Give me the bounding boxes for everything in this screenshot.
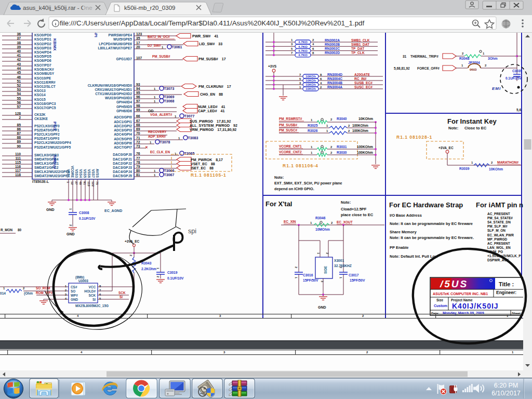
svg-text:54: 54 [17,92,21,96]
svg-text:115: 115 [15,161,21,164]
svg-text:80: 80 [136,169,140,172]
svg-text:LID_SW# 33: LID_SW# 33 [199,42,222,46]
svg-text:2: 2 [19,116,21,119]
svg-text:Note: It can be programmable b: Note: It can be programmable by EC firew… [390,235,474,240]
svg-text:For Instant Key: For Instant Key [447,117,497,125]
svg-text:73: 73 [136,144,140,148]
svg-text:KSO16/GPC3: KSO16/GPC3 [34,102,56,105]
svg-text:75: 75 [96,181,99,185]
svg-text:T3073: T3073 [164,87,175,90]
svg-text:PM_SUSB# 17: PM_SUSB# 17 [198,57,226,61]
svg-text:ROM_WP#: ROM_WP# [36,291,53,295]
svg-text:Note:: Note: [448,126,458,130]
svg-text:ADC5/GPI5: ADC5/GPI5 [114,137,132,141]
svg-text:81: 81 [136,173,140,177]
svg-text:KSO9/BUSY: KSO9/BUSY [34,72,55,75]
svg-text:89: 89 [17,140,21,143]
svg-text:C3039: C3039 [512,69,522,73]
svg-text:RN3002A: RN3002A [325,38,340,42]
svg-text:MP_PWRGD: MP_PWRGD [487,237,508,241]
svg-text:KSO10/PE: KSO10/PE [34,76,51,80]
svg-text:71: 71 [136,136,140,140]
svg-text:2: 2 [295,267,298,268]
svg-text:ASUSTeK COMPUTER INC. NB1: ASUSTeK COMPUTER INC. NB1 [433,292,488,296]
svg-text:1: 1 [69,208,72,210]
svg-text:Monday, March 09, 2009: Monday, March 09, 2009 [443,311,484,315]
svg-text:15PF/50V: 15PF/50V [350,278,365,282]
svg-text:10KOhm: 10KOhm [358,117,373,121]
svg-text:I/O Base Address: I/O Base Address [390,213,422,218]
svg-text:99: 99 [136,108,140,112]
svg-text:AC_PRESENT: AC_PRESENT [487,212,510,216]
svg-text:DAC4/GPJ4: DAC4/GPJ4 [113,170,132,174]
svg-text:69: 69 [136,127,140,131]
svg-text:Cload=12.5PF: Cload=12.5PF [341,207,367,211]
svg-text:38: 38 [17,41,21,45]
svg-text:AVSS: AVSS [96,169,99,178]
svg-text:EXT_SMI#, EXT_SCI#, PU power p: EXT_SMI#, EXT_SCI#, PU power plane [274,181,342,185]
svg-text:GPI: GPI [94,33,98,37]
svg-text:EC_XOUT: EC_XOUT [337,220,353,224]
svg-text:100KOhm: 100KOhm [352,124,368,127]
svg-text:4.7KO: 4.7KO [298,53,308,57]
svg-text:RN3004A: RN3004A [327,85,342,89]
svg-text:PM_RSMRST#: PM_RSMRST# [279,117,302,121]
svg-text:WP#: WP# [71,294,78,297]
svg-text:PS2CLK1/GPF2: PS2CLK1/GPF2 [34,132,60,136]
svg-text:LPCPD#/WUI6/GPE6: LPCPD#/WUI6/GPE6 [99,42,132,46]
svg-text:70: 70 [136,131,140,135]
svg-text:5,6: 5,6 [516,108,521,112]
svg-text:27: 27 [75,181,78,185]
svg-text:MX25L8005M2C_15G: MX25L8005M2C_15G [75,304,109,308]
svg-text:90: 90 [17,144,21,148]
svg-text:A20GATE: A20GATE [354,73,370,76]
svg-text:ADC7/GPI7: ADC7/GPI7 [114,145,132,149]
svg-text:128: 128 [15,112,21,115]
svg-text:100KOhm: 100KOhm [357,151,373,154]
svg-text:+3VS: +3VS [268,64,277,68]
svg-text:PM_SUSB#: PM_SUSB# [152,55,170,58]
svg-text:KSO14: KSO14 [34,93,46,97]
svg-text:/5US: /5US [440,278,468,289]
svg-text:WUI19/GPH3/ID3: WUI19/GPH3/ID3 [105,96,132,100]
svg-text:10KOhm: 10KOhm [489,167,503,171]
svg-text:TP_DAT: TP_DAT [351,47,364,50]
svg-text:2: 2 [69,224,72,226]
svg-text:VSS6: VSS6 [87,169,91,178]
svg-text:SUSC_EC#: SUSC_EC# [354,85,373,89]
svg-text:RN3004C: RN3004C [327,77,342,81]
svg-text:+3VA_EC: +3VA_EC [438,146,454,150]
svg-text:SMDAT2/WUI23/GPF7: SMDAT2/WUI23/GPF7 [34,174,70,178]
svg-text:107: 107 [136,56,142,60]
svg-text:41: 41 [17,54,21,57]
svg-text:CK32K: CK32K [34,113,46,116]
svg-text:VSS3: VSS3 [75,169,78,178]
svg-text:EC_CLK_EN: EC_CLK_EN [150,150,170,154]
svg-text:52: 52 [17,84,21,87]
svg-text:GPH6/ID6: GPH6/ID6 [116,109,132,113]
svg-text:ADC6/GPI6: ADC6/GPI6 [114,141,132,145]
svg-text:DJ_SW#: DJ_SW# [148,44,161,47]
svg-text:CS#: CS# [71,285,77,289]
svg-text:DAC5/GPJ5: DAC5/GPJ5 [113,174,132,178]
svg-text:Custom: Custom [434,304,447,308]
svg-text:KSO11/ERR#: KSO11/ERR# [34,81,56,84]
svg-text:EC_XIN: EC_XIN [284,220,296,223]
svg-text:67: 67 [136,119,140,123]
svg-text:53: 53 [17,88,21,91]
svg-text:0603: 0603 [470,68,477,71]
svg-text:C3016: C3016 [303,273,313,277]
svg-text:4.7KO: 4.7KO [298,40,308,44]
svg-text:C3008: C3008 [79,211,89,215]
svg-text:VSS5: VSS5 [83,169,87,178]
svg-text:DAC2/GPJ2: DAC2/GPJ2 [113,162,132,165]
svg-text:2: 2 [339,267,342,268]
svg-text:Close to EC: Close to EC [464,126,487,130]
svg-text:5,68,81,92: 5,68,81,92 [394,66,410,71]
svg-text:R3031: R3031 [337,145,347,149]
svg-text:Size: Size [436,298,443,302]
svg-text:43: 43 [17,62,21,66]
svg-text:T3069: T3069 [164,95,175,99]
svg-text:R1.1 081028-1: R1.1 081028-1 [396,135,432,140]
svg-text:1: 1 [156,268,159,269]
